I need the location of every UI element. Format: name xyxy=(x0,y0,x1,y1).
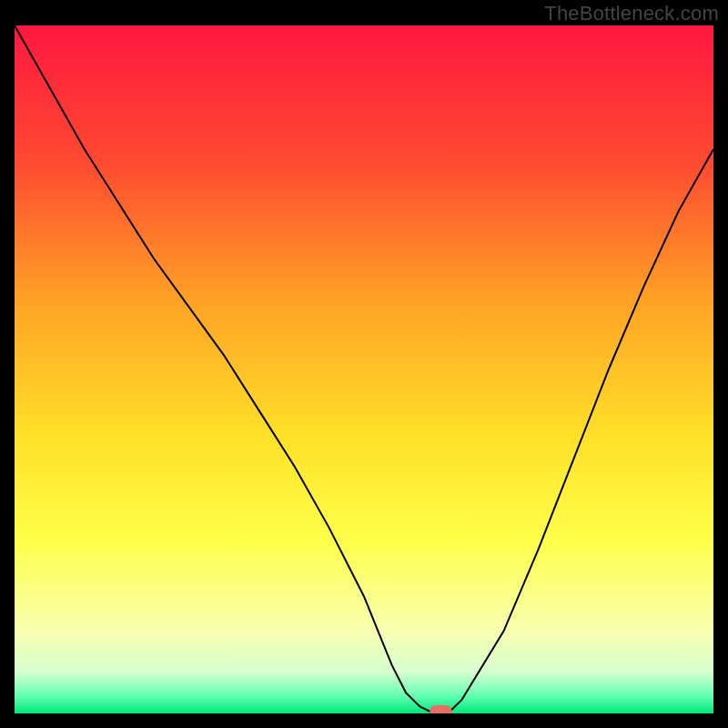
optimal-point-marker xyxy=(430,705,452,713)
chart-plot xyxy=(15,25,713,713)
watermark-text: TheBottleneck.com xyxy=(544,2,719,25)
chart-container: TheBottleneck.com xyxy=(0,0,728,728)
